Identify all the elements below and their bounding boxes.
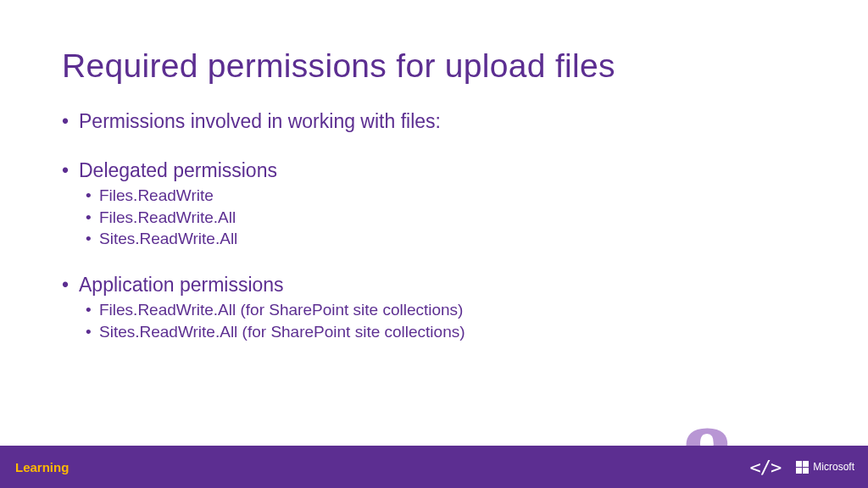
microsoft-squares-icon bbox=[796, 461, 809, 474]
code-icon: </> bbox=[750, 457, 782, 478]
list-item: Sites.ReadWrite.All (for SharePoint site… bbox=[62, 321, 868, 343]
footer-bar: Learning </> Microsoft bbox=[0, 446, 868, 488]
section-heading: Delegated permissions bbox=[62, 159, 868, 182]
slide: Required permissions for upload files Pe… bbox=[0, 0, 868, 488]
footer-right: </> Microsoft bbox=[750, 457, 854, 478]
section-heading: Application permissions bbox=[62, 274, 868, 297]
list-item: Sites.ReadWrite.All bbox=[62, 228, 868, 250]
intro-bullet: Permissions involved in working with fil… bbox=[62, 110, 868, 133]
list-item: Files.ReadWrite bbox=[62, 185, 868, 207]
slide-content: Permissions involved in working with fil… bbox=[0, 85, 868, 342]
list-item: Files.ReadWrite.All bbox=[62, 207, 868, 229]
list-item: Files.ReadWrite.All (for SharePoint site… bbox=[62, 299, 868, 321]
microsoft-text: Microsoft bbox=[813, 461, 854, 473]
slide-title: Required permissions for upload files bbox=[0, 0, 868, 85]
learning-label: Learning bbox=[15, 460, 69, 474]
microsoft-logo: Microsoft bbox=[796, 461, 854, 474]
